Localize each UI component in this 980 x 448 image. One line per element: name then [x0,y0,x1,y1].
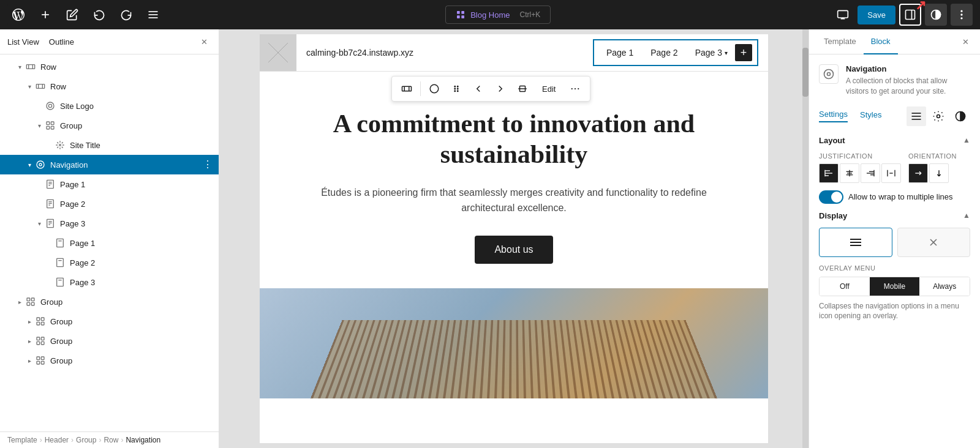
tree-item-group1-label: Group [60,121,82,130]
svg-rect-54 [31,302,34,305]
navigation-block[interactable]: Page 1 Page 2 Page 3 ▾ + [593,39,758,66]
tree-item-group1[interactable]: Group [0,116,219,135]
breadcrumb-header[interactable]: Header [45,436,69,444]
tree-item-group5[interactable]: Group [0,351,219,370]
breadcrumb-navigation[interactable]: Navigation [126,436,160,444]
contrast-icon[interactable] [951,106,970,126]
tree-item-page1[interactable]: Page 1 [0,174,219,194]
block-select-button[interactable] [424,79,444,99]
wrap-label: Allow to wrap to multiple lines [848,192,953,201]
nav-add-button[interactable]: + [735,44,752,61]
device-preview-button[interactable] [832,4,854,26]
overlay-mobile-button[interactable]: Mobile [870,277,920,296]
scrollbar-thumb[interactable] [802,48,809,97]
tree-item-navigation[interactable]: Navigation ⋮ [0,155,219,174]
wp-logo[interactable] [7,4,29,26]
chevron-group1 [34,121,44,130]
save-button[interactable]: Save [858,6,895,24]
tree-item-page3[interactable]: Page 3 [0,214,219,233]
display-close-option[interactable] [897,228,971,257]
about-us-button[interactable]: About us [475,236,552,264]
tree-item-page3-3[interactable]: Page 3 [0,272,219,292]
center-toolbar: Blog Home Ctrl+K [169,6,827,24]
list-view-tab[interactable]: List View [7,37,39,47]
undo-button[interactable] [88,4,110,26]
display-hamburger-option[interactable] [819,228,892,257]
edit-button[interactable]: Edit [535,79,563,99]
svg-point-81 [571,88,573,89]
overlay-always-button[interactable]: Always [919,277,970,296]
add-block-button[interactable] [34,4,56,26]
right-panel-body: Navigation A collection of blocks that a… [809,54,980,448]
redo-button[interactable] [115,4,137,26]
layout-title: Layout [819,136,845,145]
svg-rect-64 [41,357,44,360]
canvas-scrollbar[interactable] [802,29,809,448]
tree-item-site-logo[interactable]: Site Logo [0,96,219,116]
overlay-off-button[interactable]: Off [820,277,870,296]
svg-rect-45 [57,239,64,247]
layout-section-header[interactable]: Layout ▲ [819,136,970,145]
tree-item-group2[interactable]: Group [0,292,219,312]
nav-page3[interactable]: Page 3 ▾ [688,43,735,62]
main-layout: List View Outline ✕ Row Row [0,29,980,448]
hamburger-icon [850,239,861,246]
display-section-header[interactable]: Display ▲ [819,211,970,220]
wrap-toggle[interactable] [819,190,843,204]
tree-item-group3[interactable]: Group [0,312,219,331]
drag-handle[interactable] [447,79,466,99]
row2-icon [34,80,47,92]
align-button[interactable] [513,79,532,99]
nav-page1[interactable]: Page 1 [599,43,641,62]
chevron-group4 [24,336,34,346]
breadcrumb-group[interactable]: Group [76,436,96,444]
outline-tab[interactable]: Outline [49,37,74,47]
block-type-switcher[interactable] [397,79,417,99]
left-panel-close-button[interactable]: ✕ [197,34,211,49]
right-panel-close-button[interactable]: ✕ [958,34,973,49]
move-up-button[interactable] [469,79,488,99]
navigation-options-button[interactable]: ⋮ [202,159,214,171]
blog-home-button[interactable]: Blog Home Ctrl+K [445,6,551,24]
move-down-button[interactable] [491,79,510,99]
group5-icon [34,354,47,367]
tree-item-site-title[interactable]: Site Title [0,135,219,155]
tree-item-group4[interactable]: Group [0,331,219,351]
orientation-vertical-button[interactable] [929,163,949,183]
tree-item-page3-2[interactable]: Page 2 [0,253,219,272]
breadcrumb-row[interactable]: Row [104,436,118,444]
settings-tab[interactable]: Settings [819,110,848,122]
tree-item-row1[interactable]: Row [0,57,219,77]
justify-right-button[interactable] [861,163,880,183]
block-panel-toggle-button[interactable]: ↗ [899,4,921,26]
justify-space-between-button[interactable] [881,163,901,183]
edit-mode-button[interactable] [61,4,83,26]
row-icon [24,61,37,73]
nav-page2[interactable]: Page 2 [643,43,685,62]
tree-item-site-logo-label: Site Logo [60,102,94,111]
orientation-horizontal-button[interactable] [908,163,928,183]
toolbar-sep1 [420,81,421,96]
settings-gear-icon[interactable] [929,106,948,126]
svg-point-89 [937,114,940,118]
more-options-button[interactable] [565,79,585,99]
toggle-knob [831,192,842,203]
left-panel-header: List View Outline ✕ [0,29,219,54]
contrast-toggle-button[interactable] [925,4,947,26]
tree-item-page2[interactable]: Page 2 [0,194,219,214]
tree-item-row2-label: Row [50,82,66,91]
close-display-icon [927,236,940,248]
justify-left-button[interactable] [819,163,839,183]
canvas-scroll[interactable]: calming-bb7c24.instawp.xyz Page 1 Page 2… [219,29,809,448]
justify-center-button[interactable] [840,163,859,183]
tree-item-page3-1[interactable]: Page 1 [0,233,219,253]
list-view-button[interactable] [142,4,164,26]
list-view-icon[interactable] [907,106,926,126]
svg-point-15 [961,10,962,12]
block-tab[interactable]: Block [864,29,898,54]
styles-tab[interactable]: Styles [860,110,881,122]
breadcrumb-template[interactable]: Template [7,436,37,444]
tree-item-row2[interactable]: Row [0,77,219,96]
options-button[interactable] [951,4,973,26]
template-tab[interactable]: Template [816,29,864,54]
